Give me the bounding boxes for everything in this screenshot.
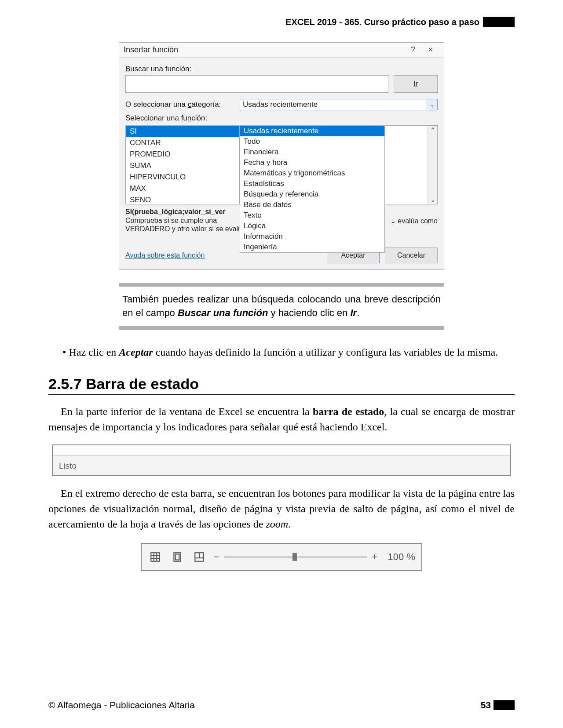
view-page-break-icon[interactable] bbox=[192, 550, 207, 564]
dialog-title-text: Insertar función bbox=[124, 45, 404, 55]
chevron-down-icon[interactable]: ⌄ bbox=[427, 99, 437, 110]
status-bar-top-strip bbox=[53, 445, 510, 456]
bullet-item: Haz clic en Aceptar cuando hayas definid… bbox=[48, 345, 515, 360]
zoom-in-icon[interactable]: + bbox=[372, 551, 377, 563]
status-bar-screenshot: Listo bbox=[52, 444, 511, 476]
zoom-slider-thumb[interactable] bbox=[292, 553, 297, 561]
list-item[interactable]: SUMA bbox=[126, 160, 239, 171]
help-link[interactable]: Ayuda sobre esta función bbox=[125, 251, 205, 259]
header-deco-block bbox=[483, 17, 515, 27]
list-item[interactable]: MAX bbox=[126, 183, 239, 194]
insert-function-dialog: Insertar función ? × Buscar una función:… bbox=[119, 42, 444, 270]
zoom-slider-track[interactable] bbox=[224, 557, 367, 557]
page-number: 53 bbox=[481, 700, 491, 710]
dropdown-option[interactable]: Información bbox=[240, 231, 384, 242]
svg-rect-6 bbox=[175, 554, 179, 560]
dropdown-option[interactable]: Matemáticas y trigonométricas bbox=[240, 168, 384, 178]
page-header: EXCEL 2019 - 365. Curso práctico paso a … bbox=[48, 17, 515, 27]
zoom-percent[interactable]: 100 % bbox=[384, 551, 415, 563]
status-ready-label: Listo bbox=[59, 461, 77, 471]
scroll-up-icon[interactable]: ⌃ bbox=[431, 127, 435, 133]
category-value: Usadas recientemente bbox=[243, 100, 318, 109]
go-button[interactable]: Ir bbox=[394, 75, 438, 93]
zoom-bar-screenshot: − + 100 % bbox=[141, 543, 422, 571]
category-select[interactable]: Usadas recientemente ⌄ bbox=[240, 99, 438, 110]
list-item[interactable]: SENO bbox=[126, 194, 239, 206]
zoom-out-icon[interactable]: − bbox=[214, 551, 219, 563]
dialog-titlebar[interactable]: Insertar función ? × bbox=[119, 43, 444, 58]
search-input[interactable] bbox=[125, 75, 388, 93]
category-label: O seleccionar una categoría: bbox=[125, 100, 240, 109]
scroll-down-icon[interactable]: ⌄ bbox=[431, 197, 435, 203]
scrollbar[interactable]: ⌃ ⌄ bbox=[428, 126, 437, 204]
help-icon[interactable]: ? bbox=[404, 45, 422, 55]
section-heading: 2.5.7 Barra de estado bbox=[48, 375, 515, 395]
page-footer: © Alfaomega - Publicaciones Altaria 53 bbox=[48, 697, 515, 710]
dropdown-option[interactable]: Base de datos bbox=[240, 200, 384, 210]
list-item[interactable]: SI bbox=[126, 126, 239, 137]
cancel-button[interactable]: Cancelar bbox=[385, 248, 438, 263]
footer-deco-block bbox=[494, 700, 515, 710]
category-dropdown-open[interactable]: Usadas recientemente Todo Financiera Fec… bbox=[240, 125, 385, 253]
dropdown-option[interactable]: Búsqueda y referencia bbox=[240, 189, 384, 200]
zoom-slider[interactable]: − + bbox=[214, 551, 377, 563]
dropdown-option[interactable]: Lógica bbox=[240, 221, 384, 231]
list-item[interactable]: PROMEDIO bbox=[126, 149, 239, 160]
function-description-line1: Comprueba si se cumple una bbox=[125, 217, 217, 225]
book-title: EXCEL 2019 - 365. Curso práctico paso a … bbox=[285, 17, 479, 27]
publisher-label: © Alfaomega - Publicaciones Altaria bbox=[48, 700, 195, 710]
close-icon[interactable]: × bbox=[422, 45, 439, 55]
function-list-label: Seleccionar una función: bbox=[125, 114, 438, 123]
list-item[interactable]: HIPERVINCULO bbox=[126, 171, 239, 183]
function-description-trail: ⌄ evalúa como bbox=[387, 217, 438, 225]
view-normal-icon[interactable] bbox=[148, 550, 163, 564]
dropdown-option[interactable]: Ingeniería bbox=[240, 242, 384, 252]
list-item[interactable]: CONTAR bbox=[126, 137, 239, 149]
view-page-layout-icon[interactable] bbox=[170, 550, 185, 564]
dropdown-option[interactable]: Fecha y hora bbox=[240, 157, 384, 168]
body-paragraph: En el extremo derecho de esta barra, se … bbox=[48, 486, 515, 531]
dropdown-option[interactable]: Estadísticas bbox=[240, 178, 384, 189]
tip-box: También puedes realizar una búsqueda col… bbox=[119, 283, 444, 330]
search-label: Buscar una función: bbox=[125, 65, 438, 73]
dropdown-option[interactable]: Usadas recientemente bbox=[240, 126, 384, 136]
dropdown-option[interactable]: Todo bbox=[240, 136, 384, 147]
svg-rect-0 bbox=[151, 553, 160, 562]
function-list[interactable]: SI CONTAR PROMEDIO SUMA HIPERVINCULO MAX… bbox=[125, 125, 240, 204]
dropdown-option[interactable]: Texto bbox=[240, 210, 384, 221]
body-paragraph: En la parte inferior de la ventana de Ex… bbox=[48, 404, 515, 435]
dropdown-option[interactable]: Financiera bbox=[240, 147, 384, 157]
